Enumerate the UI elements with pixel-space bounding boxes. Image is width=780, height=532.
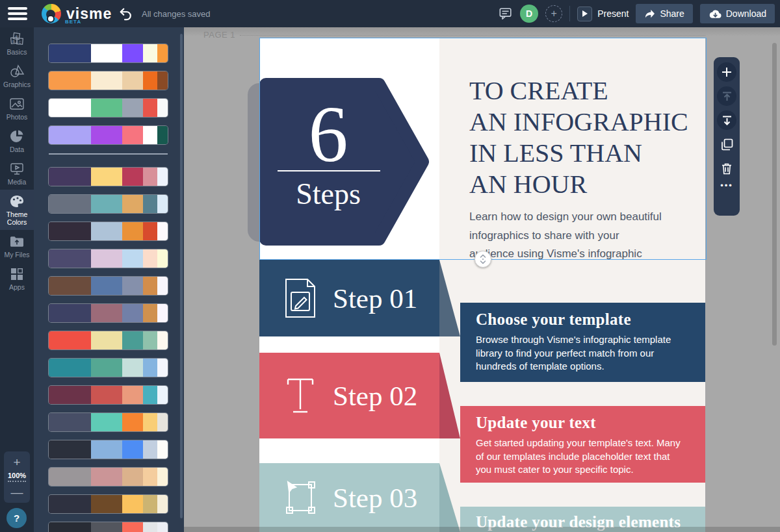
color-swatch[interactable] xyxy=(122,440,143,459)
color-swatch[interactable] xyxy=(143,99,157,117)
color-swatch[interactable] xyxy=(122,126,143,144)
color-swatch[interactable] xyxy=(157,304,168,322)
color-swatch[interactable] xyxy=(143,126,157,144)
add-member-icon[interactable]: + xyxy=(545,5,562,22)
palette-row[interactable] xyxy=(49,222,168,240)
color-swatch[interactable] xyxy=(143,71,157,90)
color-swatch[interactable] xyxy=(143,495,157,513)
color-swatch[interactable] xyxy=(49,195,91,213)
step-03-banner[interactable]: Step 03 xyxy=(259,463,439,532)
color-swatch[interactable] xyxy=(122,413,143,431)
hamburger-menu-icon[interactable] xyxy=(8,7,27,20)
palette-row[interactable] xyxy=(49,359,168,377)
step-01-banner[interactable]: Step 01 xyxy=(259,260,439,336)
infographic-page[interactable]: 6 Steps TO CREATE AN INFOGRAPHIC IN LESS… xyxy=(259,38,705,532)
color-swatch[interactable] xyxy=(49,99,91,117)
color-swatch[interactable] xyxy=(157,386,168,404)
vertical-scrollbar[interactable] xyxy=(772,43,777,346)
palette-row[interactable] xyxy=(49,304,168,322)
color-swatch[interactable] xyxy=(49,222,91,240)
color-swatch[interactable] xyxy=(157,468,168,486)
infographic-title[interactable]: TO CREATE AN INFOGRAPHIC IN LESS THAN AN… xyxy=(469,75,703,200)
color-swatch[interactable] xyxy=(49,249,91,268)
color-swatch[interactable] xyxy=(143,277,157,295)
palette-row[interactable] xyxy=(49,440,168,459)
palette-row[interactable] xyxy=(49,331,168,349)
color-swatch[interactable] xyxy=(91,522,122,532)
color-swatch[interactable] xyxy=(143,331,157,349)
add-element-button[interactable] xyxy=(717,62,736,82)
color-swatch[interactable] xyxy=(91,359,122,377)
color-swatch[interactable] xyxy=(143,468,157,486)
color-swatch[interactable] xyxy=(122,331,143,349)
color-swatch[interactable] xyxy=(143,195,157,213)
delete-button[interactable] xyxy=(717,158,736,178)
color-swatch[interactable] xyxy=(49,413,91,431)
color-swatch[interactable] xyxy=(122,359,143,377)
color-swatch[interactable] xyxy=(157,249,168,268)
color-swatch[interactable] xyxy=(49,44,91,62)
present-button[interactable]: Present xyxy=(577,6,629,21)
color-swatch[interactable] xyxy=(157,44,168,62)
color-swatch[interactable] xyxy=(49,359,91,377)
palette-row[interactable] xyxy=(49,277,168,295)
color-swatch[interactable] xyxy=(157,413,168,431)
color-swatch[interactable] xyxy=(49,168,91,186)
palette-row[interactable] xyxy=(49,71,168,90)
color-swatch[interactable] xyxy=(91,249,122,268)
color-swatch[interactable] xyxy=(91,304,122,322)
step-01-card[interactable]: Choose your template Browse through Vism… xyxy=(460,303,705,382)
color-swatch[interactable] xyxy=(143,440,157,459)
color-swatch[interactable] xyxy=(122,249,143,268)
sidebar-item-apps[interactable]: Apps xyxy=(0,262,34,295)
palette-scrollbar[interactable] xyxy=(180,34,183,518)
color-swatch[interactable] xyxy=(91,222,122,240)
palette-row[interactable] xyxy=(49,44,168,62)
color-swatch[interactable] xyxy=(143,413,157,431)
color-swatch[interactable] xyxy=(122,71,143,90)
color-swatch[interactable] xyxy=(49,468,91,486)
palette-row[interactable] xyxy=(49,126,168,144)
duplicate-button[interactable] xyxy=(717,134,736,154)
palette-row[interactable] xyxy=(49,386,168,404)
color-swatch[interactable] xyxy=(49,304,91,322)
color-swatch[interactable] xyxy=(49,495,91,513)
comments-icon[interactable] xyxy=(499,6,513,21)
sidebar-item-theme-colors[interactable]: Theme Colors xyxy=(0,190,34,230)
color-swatch[interactable] xyxy=(91,495,122,513)
color-swatch[interactable] xyxy=(143,222,157,240)
color-swatch[interactable] xyxy=(91,386,122,404)
color-swatch[interactable] xyxy=(91,195,122,213)
color-swatch[interactable] xyxy=(122,168,143,186)
color-swatch[interactable] xyxy=(143,359,157,377)
step-02-banner[interactable]: Step 02 xyxy=(259,353,439,438)
sidebar-item-data[interactable]: Data xyxy=(0,125,34,157)
color-swatch[interactable] xyxy=(143,168,157,186)
zoom-level[interactable]: 100% xyxy=(8,472,26,482)
color-swatch[interactable] xyxy=(157,495,168,513)
palette-row[interactable] xyxy=(49,522,168,532)
color-swatch[interactable] xyxy=(91,440,122,459)
zoom-in-button[interactable]: + xyxy=(4,456,30,469)
color-swatch[interactable] xyxy=(122,277,143,295)
palette-row[interactable] xyxy=(49,168,168,186)
color-swatch[interactable] xyxy=(91,468,122,486)
color-swatch[interactable] xyxy=(49,126,91,144)
sidebar-item-photos[interactable]: Photos xyxy=(0,92,34,125)
more-options-button[interactable]: ••• xyxy=(720,183,733,189)
color-swatch[interactable] xyxy=(122,44,143,62)
sidebar-item-basics[interactable]: ABC Basics xyxy=(0,27,34,60)
share-button[interactable]: Share xyxy=(636,4,692,23)
download-button[interactable]: Download xyxy=(700,4,775,23)
send-backward-button[interactable] xyxy=(717,110,736,130)
color-swatch[interactable] xyxy=(49,522,91,532)
sidebar-item-my-files[interactable]: My Files xyxy=(0,230,34,262)
color-swatch[interactable] xyxy=(122,195,143,213)
color-swatch[interactable] xyxy=(157,195,168,213)
color-swatch[interactable] xyxy=(91,413,122,431)
sidebar-item-media[interactable]: Media xyxy=(0,157,34,190)
canvas[interactable]: PAGE 1 6 Steps TO CREATE AN INFOGRAPHIC … xyxy=(184,27,780,532)
color-swatch[interactable] xyxy=(157,277,168,295)
step-02-card[interactable]: Update your text Get started updating yo… xyxy=(460,406,705,483)
palette-row[interactable] xyxy=(49,495,168,513)
